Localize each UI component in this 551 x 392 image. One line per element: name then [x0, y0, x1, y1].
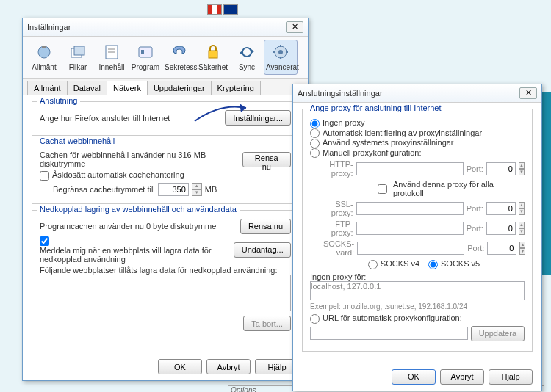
cache-size-input[interactable] [158, 183, 189, 196]
tab-network[interactable]: Nätverk [107, 81, 148, 95]
close-icon[interactable]: ✕ [286, 21, 303, 33]
notify-offline-checkbox[interactable] [40, 236, 49, 246]
close-icon[interactable]: ✕ [519, 87, 537, 99]
help-button[interactable]: Hjälp [489, 369, 533, 385]
clear-offline-button[interactable]: Rensa nu [240, 219, 291, 234]
proxy-manual-radio[interactable] [310, 148, 320, 158]
ftp-proxy-input[interactable] [356, 222, 464, 235]
ftp-port-input[interactable] [486, 222, 516, 235]
toolbar-tabs[interactable]: Flikar [61, 40, 95, 75]
settings-dialog: Inställningar ✕ Allmänt Flikar Innehåll … [22, 18, 309, 381]
advanced-tabs: Allmänt Dataval Nätverk Uppdateringar Kr… [23, 79, 308, 95]
override-cache-label: Åsidosätt automatisk cachehantering [52, 170, 184, 179]
toolbar-general[interactable]: Allmänt [27, 40, 61, 75]
flag-icons [207, 4, 238, 15]
offline-group: Nedkopplad lagring av webbinnehåll och a… [32, 210, 299, 342]
socks-v5-radio[interactable] [428, 260, 438, 269]
tab-updates[interactable]: Uppdateringar [147, 81, 212, 95]
toolbar-advanced[interactable]: Avancerat [264, 40, 298, 75]
proxy-dialog: Anslutningsinställningar ✕ Ange proxy fö… [292, 84, 542, 391]
autourl-input[interactable] [310, 327, 468, 340]
svg-point-13 [278, 50, 283, 54]
proxy-group: Ange proxy för anslutning till Internet … [302, 109, 533, 352]
toolbar-programs[interactable]: Program [129, 40, 162, 75]
svg-rect-8 [141, 50, 144, 54]
ok-button[interactable]: OK [158, 359, 202, 374]
svg-rect-9 [209, 51, 217, 58]
toolbar-security[interactable]: Säkerhet [196, 40, 230, 75]
socks-v4-radio[interactable] [368, 260, 378, 269]
reload-button[interactable]: Uppdatera [471, 326, 525, 341]
clear-cache-button[interactable]: Rensa nu [242, 152, 291, 167]
offline-sites-list[interactable] [40, 275, 291, 311]
ssl-proxy-input[interactable] [356, 202, 464, 215]
cancel-button[interactable]: Avbryt [206, 359, 251, 374]
connection-group: Anslutning Ange hur Firefox ansluter til… [32, 101, 299, 136]
socks-host-input[interactable] [357, 242, 464, 255]
port-spinner[interactable]: ▲▼ [519, 242, 525, 255]
proxy-title: Anslutningsinställningar [298, 89, 383, 98]
remove-site-button[interactable]: Ta bort... [243, 316, 291, 331]
proxy-autourl-radio[interactable] [310, 314, 320, 324]
limit-cache-label: Begränsa cacheutrymmet till [53, 185, 155, 194]
port-spinner[interactable]: ▲▼ [519, 222, 525, 235]
proxy-system-radio[interactable] [310, 139, 320, 148]
svg-marker-11 [240, 51, 242, 55]
ssl-port-input[interactable] [486, 202, 516, 215]
noproxy-example: Exempel: .mozilla.org, .sunet.se, 192.16… [310, 302, 467, 311]
tab-general[interactable]: Allmänt [27, 81, 68, 95]
svg-rect-1 [42, 46, 46, 48]
svg-rect-7 [139, 47, 152, 57]
offline-list-label: Följande webbplatser tillåts lagra data … [40, 266, 278, 275]
notify-offline-label: Meddela mig när en webbplats vill lagra … [40, 246, 223, 264]
http-proxy-input[interactable] [356, 162, 464, 175]
offline-desc: Programcachen använder nu 0 byte diskutr… [40, 222, 216, 231]
svg-marker-10 [251, 49, 254, 54]
cache-size-spinner[interactable]: ▲▼ [192, 183, 202, 196]
toolbar-sync[interactable]: Sync [230, 40, 264, 75]
connection-desc: Ange hur Firefox ansluter till Internet [40, 114, 170, 123]
tab-encryption[interactable]: Kryptering [211, 81, 261, 95]
proxy-none-radio[interactable] [310, 119, 320, 128]
exceptions-button[interactable]: Undantag... [234, 242, 291, 258]
settings-title: Inställningar [27, 23, 71, 32]
ok-button[interactable]: OK [392, 369, 436, 385]
port-spinner[interactable]: ▲▼ [519, 202, 525, 215]
svg-rect-3 [74, 46, 84, 55]
socks-port-input[interactable] [487, 242, 516, 255]
toolbar-content[interactable]: Innehåll [95, 40, 129, 75]
cache-group: Cachat webbinnehåll Cachen för webbinneh… [32, 142, 299, 204]
toolbar-privacy[interactable]: Sekretess [162, 40, 196, 75]
tab-dataval[interactable]: Dataval [67, 81, 107, 95]
cancel-button[interactable]: Avbryt [440, 369, 484, 385]
settings-toolbar: Allmänt Flikar Innehåll Program Sekretes… [23, 37, 308, 79]
noproxy-textarea[interactable]: localhost, 127.0.0.1 [310, 281, 525, 300]
proxy-autodetect-radio[interactable] [310, 128, 320, 138]
http-port-input[interactable] [486, 162, 516, 175]
cache-desc: Cachen för webbinnehåll använder nu 316 … [40, 150, 242, 168]
override-cache-checkbox[interactable] [40, 171, 49, 181]
port-spinner[interactable]: ▲▼ [519, 162, 525, 175]
same-proxy-checkbox[interactable] [378, 184, 387, 194]
connection-settings-button[interactable]: Inställningar... [225, 110, 291, 126]
noproxy-label: Ingen proxy för: [310, 272, 366, 281]
